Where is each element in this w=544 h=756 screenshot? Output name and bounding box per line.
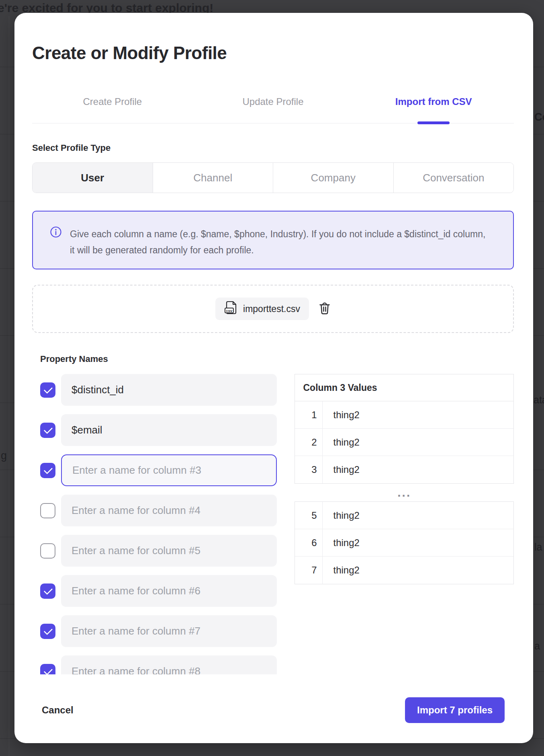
underlying-text-fragment: la [534, 541, 542, 553]
property-names-label: Property Names [40, 354, 277, 364]
rows-ellipsis: ... [294, 484, 514, 501]
delete-file-button[interactable] [319, 302, 331, 316]
profile-type-label: Select Profile Type [32, 143, 514, 153]
trash-icon [319, 302, 331, 316]
property-checkbox-3[interactable] [40, 463, 55, 478]
row-value: thing2 [323, 429, 513, 456]
property-name-input-3[interactable] [61, 454, 277, 486]
row-number: 6 [295, 529, 323, 556]
row-value: thing2 [323, 502, 513, 529]
property-name-input-4[interactable] [61, 495, 277, 526]
underlying-text-fragment: ata [534, 394, 544, 406]
row-value: thing2 [323, 529, 513, 556]
property-checkbox-4[interactable] [40, 503, 55, 518]
underlying-text-fragment: a [534, 640, 540, 652]
property-name-input-5[interactable] [61, 535, 277, 567]
profile-type-segmented-control: User Channel Company Conversation [32, 162, 514, 193]
preview-table-header: Column 3 Values [295, 374, 513, 401]
property-row-5 [40, 535, 277, 567]
svg-text:csv: csv [226, 308, 233, 313]
underlying-text-fragment: g [1, 450, 7, 462]
profile-type-conversation[interactable]: Conversation [394, 163, 514, 193]
modal-footer: Cancel Import 7 profiles [32, 697, 514, 723]
row-value: thing2 [323, 456, 513, 483]
preview-table-top: Column 3 Values 1 thing2 2 thing2 3 thin… [294, 374, 514, 484]
import-profiles-button[interactable]: Import 7 profiles [405, 697, 505, 723]
property-row-8 [40, 655, 277, 674]
property-row-2 [40, 414, 277, 446]
info-icon [50, 226, 62, 269]
row-number: 2 [295, 429, 323, 456]
csv-file-icon: csv [224, 300, 238, 317]
csv-dropzone[interactable]: csv importtest.csv [32, 285, 514, 333]
property-names-column: Property Names [40, 354, 277, 674]
underlying-text-fragment: Col [534, 111, 544, 123]
row-number: 1 [295, 401, 323, 428]
property-checkbox-6[interactable] [40, 583, 55, 599]
profile-type-user[interactable]: User [33, 163, 153, 193]
row-number: 5 [295, 502, 323, 529]
info-banner: Give each column a name (e.g. $name, $ph… [32, 211, 514, 269]
property-name-input-7[interactable] [61, 615, 277, 647]
property-checkbox-7[interactable] [40, 624, 55, 639]
property-row-1 [40, 374, 277, 406]
property-rows-scroll[interactable] [40, 374, 277, 674]
modal-title: Create or Modify Profile [32, 42, 514, 64]
property-checkbox-8[interactable] [40, 664, 55, 675]
property-checkbox-1[interactable] [40, 382, 55, 398]
modal-tabs: Create Profile Update Profile Import fro… [32, 80, 514, 123]
info-banner-text: Give each column a name (e.g. $name, $ph… [70, 226, 488, 269]
table-row: 3 thing2 [295, 456, 513, 483]
row-value: thing2 [323, 557, 513, 584]
uploaded-file-name: importtest.csv [243, 304, 300, 314]
profile-type-channel[interactable]: Channel [153, 163, 274, 193]
property-row-7 [40, 615, 277, 647]
property-row-3 [40, 454, 277, 486]
mapping-area: Property Names [32, 354, 514, 674]
row-number: 7 [295, 557, 323, 584]
tab-update-profile[interactable]: Update Profile [193, 96, 354, 107]
table-row: 6 thing2 [295, 529, 513, 557]
profile-type-company[interactable]: Company [273, 163, 394, 193]
property-name-input-6[interactable] [61, 575, 277, 607]
table-row: 7 thing2 [295, 557, 513, 584]
property-name-input-8[interactable] [61, 655, 277, 674]
uploaded-file-chip: csv importtest.csv [215, 298, 309, 320]
table-row: 2 thing2 [295, 429, 513, 456]
property-row-4 [40, 495, 277, 526]
create-or-modify-profile-modal: Create or Modify Profile Create Profile … [14, 13, 533, 743]
property-name-input-2[interactable] [61, 414, 277, 446]
table-row: 5 thing2 [295, 502, 513, 529]
row-value: thing2 [323, 401, 513, 428]
preview-table-bottom: 5 thing2 6 thing2 7 thing2 [294, 501, 514, 584]
tab-create-profile[interactable]: Create Profile [32, 96, 193, 107]
cancel-button[interactable]: Cancel [42, 705, 74, 716]
tab-import-from-csv[interactable]: Import from CSV [353, 96, 514, 107]
underlying-table-divider [9, 16, 9, 756]
column-values-preview: Column 3 Values 1 thing2 2 thing2 3 thin… [294, 354, 514, 674]
property-checkbox-5[interactable] [40, 543, 55, 559]
property-checkbox-2[interactable] [40, 423, 55, 438]
property-name-input-1[interactable] [61, 374, 277, 406]
table-row: 1 thing2 [295, 401, 513, 429]
row-number: 3 [295, 456, 323, 483]
property-row-6 [40, 575, 277, 607]
active-tab-indicator [417, 121, 450, 124]
